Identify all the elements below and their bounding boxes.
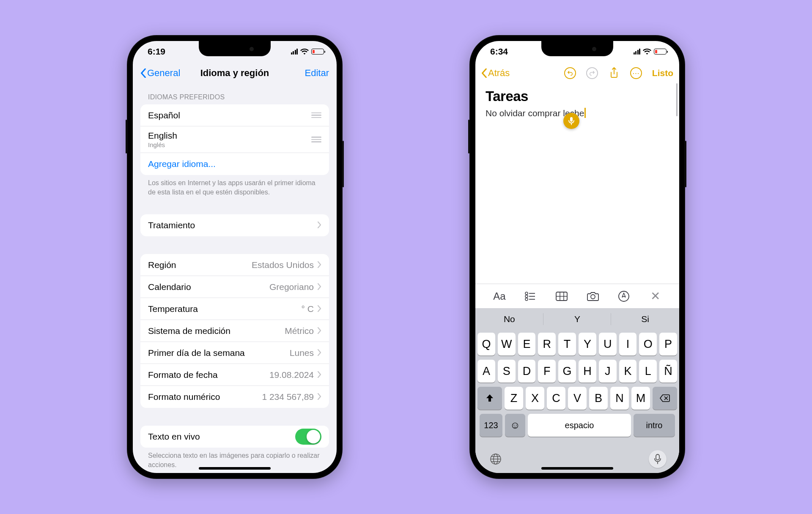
page-title: Idioma y región bbox=[200, 68, 269, 79]
live-text-toggle[interactable] bbox=[295, 429, 321, 445]
suggestion-bar: No Y Si bbox=[475, 308, 679, 330]
key-h[interactable]: H bbox=[579, 360, 596, 383]
checklist-button[interactable] bbox=[523, 289, 538, 303]
chevron-right-icon bbox=[317, 392, 321, 402]
settings-screen: 6:19 General Idioma y región Editar Idio… bbox=[133, 41, 337, 473]
key-i[interactable]: I bbox=[619, 333, 637, 355]
chevron-right-icon bbox=[317, 220, 321, 230]
numbers-key[interactable]: 123 bbox=[480, 414, 502, 437]
status-icons bbox=[634, 46, 667, 57]
close-toolbar-button[interactable]: ✕ bbox=[648, 289, 662, 303]
drag-handle-icon[interactable] bbox=[311, 137, 321, 142]
done-button[interactable]: Listo bbox=[652, 68, 673, 78]
edit-button[interactable]: Editar bbox=[305, 68, 329, 79]
key-g[interactable]: G bbox=[558, 360, 576, 383]
emoji-key[interactable]: ☺ bbox=[505, 414, 525, 437]
settings-row-firstday[interactable]: Primer día de la semana Lunes bbox=[140, 342, 329, 364]
key-u[interactable]: U bbox=[599, 333, 617, 355]
cellular-icon bbox=[634, 49, 641, 55]
text-cursor bbox=[584, 108, 586, 118]
key-w[interactable]: W bbox=[498, 333, 516, 355]
key-c[interactable]: C bbox=[547, 387, 565, 410]
format-toolbar: Aa ✕ bbox=[475, 284, 679, 308]
backspace-key[interactable] bbox=[653, 387, 677, 410]
battery-icon bbox=[654, 49, 667, 55]
chevron-left-icon bbox=[140, 68, 146, 78]
languages-footer: Los sitios en Internet y las apps usarán… bbox=[140, 175, 329, 197]
chevron-right-icon bbox=[317, 370, 321, 380]
notch bbox=[541, 41, 613, 56]
suggestion[interactable]: Si bbox=[611, 308, 679, 330]
key-d[interactable]: D bbox=[518, 360, 536, 383]
treatment-row[interactable]: Tratamiento bbox=[140, 214, 329, 236]
key-row-4: 123 ☺ espacio intro bbox=[477, 414, 677, 439]
chevron-right-icon bbox=[317, 304, 321, 314]
key-l[interactable]: L bbox=[639, 360, 657, 383]
undo-button[interactable] bbox=[564, 67, 576, 79]
key-k[interactable]: K bbox=[619, 360, 637, 383]
notes-toolbar-top: ⋯ Listo bbox=[564, 67, 673, 79]
wifi-icon bbox=[643, 46, 651, 57]
key-x[interactable]: X bbox=[526, 387, 544, 410]
home-indicator[interactable] bbox=[541, 467, 613, 470]
note-title[interactable]: Tareas bbox=[486, 88, 669, 104]
svg-point-3 bbox=[525, 295, 528, 298]
key-q[interactable]: Q bbox=[477, 333, 495, 355]
key-n[interactable]: N bbox=[610, 387, 629, 410]
key-z[interactable]: Z bbox=[505, 387, 523, 410]
add-language-button[interactable]: Agregar idioma... bbox=[140, 153, 329, 175]
key-v[interactable]: V bbox=[568, 387, 587, 410]
redo-button[interactable] bbox=[586, 67, 598, 79]
key-enye[interactable]: Ñ bbox=[659, 360, 677, 383]
treatment-list: Tratamiento bbox=[140, 214, 329, 236]
live-text-row: Texto en vivo bbox=[140, 426, 329, 448]
key-p[interactable]: P bbox=[659, 333, 677, 355]
drag-handle-icon[interactable] bbox=[311, 112, 321, 118]
dictation-key[interactable] bbox=[649, 450, 667, 468]
return-key[interactable]: intro bbox=[634, 414, 675, 437]
back-button[interactable]: Atrás bbox=[481, 68, 510, 79]
shift-key[interactable] bbox=[477, 387, 502, 410]
settings-row-temperature[interactable]: Temperatura ° C bbox=[140, 298, 329, 320]
key-y[interactable]: Y bbox=[579, 333, 596, 355]
text-format-button[interactable]: Aa bbox=[492, 289, 507, 303]
section-header-languages: Idiomas preferidos bbox=[140, 84, 329, 104]
suggestion[interactable]: No bbox=[475, 308, 543, 330]
language-row[interactable]: Español bbox=[140, 104, 329, 126]
settings-row-numberformat[interactable]: Formato numérico 1 234 567,89 bbox=[140, 386, 329, 408]
key-o[interactable]: O bbox=[639, 333, 657, 355]
camera-button[interactable] bbox=[586, 289, 600, 303]
key-b[interactable]: B bbox=[589, 387, 608, 410]
suggestion[interactable]: Y bbox=[543, 308, 612, 330]
key-j[interactable]: J bbox=[599, 360, 617, 383]
share-button[interactable] bbox=[608, 67, 620, 79]
settings-row-region[interactable]: Región Estados Unidos bbox=[140, 254, 329, 276]
key-s[interactable]: S bbox=[498, 360, 516, 383]
cellular-icon bbox=[291, 49, 298, 55]
table-button[interactable] bbox=[554, 289, 569, 303]
key-r[interactable]: R bbox=[538, 333, 556, 355]
language-row[interactable]: English Inglés bbox=[140, 126, 329, 153]
key-m[interactable]: M bbox=[631, 387, 650, 410]
chevron-left-icon bbox=[481, 68, 487, 78]
key-t[interactable]: T bbox=[558, 333, 576, 355]
wifi-icon bbox=[300, 46, 309, 57]
key-a[interactable]: A bbox=[477, 360, 495, 383]
chevron-right-icon bbox=[317, 326, 321, 336]
svg-point-11 bbox=[591, 295, 595, 299]
region-settings-list: Región Estados Unidos Calendario Gregori… bbox=[140, 254, 329, 408]
globe-key[interactable] bbox=[488, 451, 503, 467]
more-button[interactable]: ⋯ bbox=[630, 67, 642, 79]
space-key[interactable]: espacio bbox=[528, 414, 631, 437]
home-indicator[interactable] bbox=[199, 467, 271, 470]
back-button[interactable]: General bbox=[140, 68, 180, 79]
dictation-indicator[interactable] bbox=[563, 113, 579, 129]
note-body[interactable]: Tareas No olvidar comprar leche bbox=[475, 84, 679, 123]
markup-button[interactable] bbox=[617, 289, 631, 303]
settings-row-measurement[interactable]: Sistema de medición Métrico bbox=[140, 320, 329, 342]
key-f[interactable]: F bbox=[538, 360, 556, 383]
settings-row-dateformat[interactable]: Formato de fecha 19.08.2024 bbox=[140, 364, 329, 386]
key-e[interactable]: E bbox=[518, 333, 536, 355]
nav-bar: General Idioma y región Editar bbox=[133, 62, 337, 84]
settings-row-calendar[interactable]: Calendario Gregoriano bbox=[140, 276, 329, 298]
